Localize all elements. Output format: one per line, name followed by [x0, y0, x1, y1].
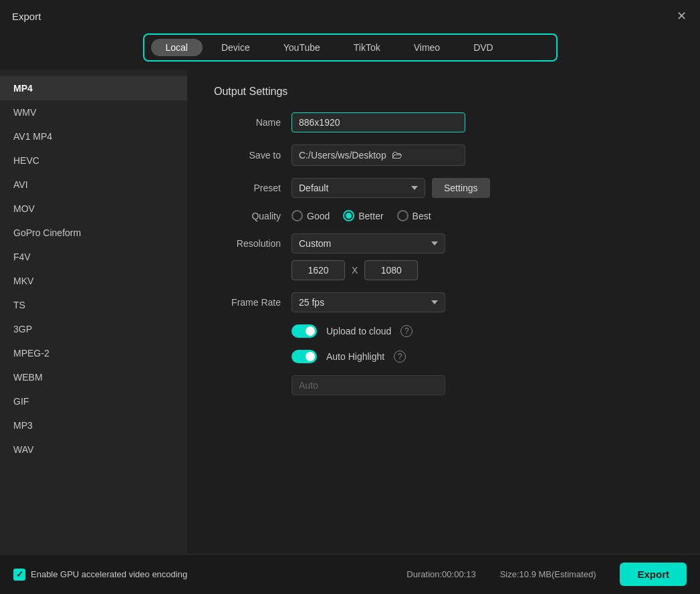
titlebar: Export ✕ — [0, 0, 700, 29]
sidebar-item-f4v[interactable]: F4V — [0, 245, 187, 269]
tab-bar-wrapper: Local Device YouTube TikTok Vimeo DVD — [0, 29, 700, 70]
close-button[interactable]: ✕ — [675, 9, 688, 23]
resolution-row: Resolution Custom 1920x1080 1280x720 854… — [214, 233, 673, 280]
quality-better-label: Better — [358, 211, 383, 221]
tab-bar: Local Device YouTube TikTok Vimeo DVD — [143, 33, 558, 62]
save-to-label: Save to — [214, 150, 281, 161]
preset-select[interactable]: Default Custom High Quality Low Quality — [291, 178, 425, 198]
upload-cloud-label: Upload to cloud — [326, 326, 391, 336]
resolution-select[interactable]: Custom 1920x1080 1280x720 854x480 — [291, 233, 445, 254]
name-row: Name — [214, 112, 673, 132]
window-title: Export — [12, 11, 41, 22]
sidebar-item-mp4[interactable]: MP4 — [0, 76, 187, 100]
quality-good-radio[interactable] — [291, 210, 303, 221]
auto-highlight-label: Auto Highlight — [326, 351, 384, 362]
upload-cloud-row: Upload to cloud ? — [291, 324, 673, 338]
tab-tiktok[interactable]: TikTok — [339, 39, 395, 56]
settings-button[interactable]: Settings — [432, 178, 490, 198]
bottom-bar: ✓ Enable GPU accelerated video encoding … — [0, 554, 700, 594]
sidebar-item-wmv[interactable]: WMV — [0, 100, 187, 124]
frame-rate-row: Frame Rate 23.976 fps 24 fps 25 fps 29.9… — [214, 292, 673, 312]
upload-cloud-help-icon[interactable]: ? — [400, 325, 413, 337]
frame-rate-select[interactable]: 23.976 fps 24 fps 25 fps 29.97 fps 30 fp… — [291, 292, 445, 312]
toggle-thumb — [306, 326, 315, 336]
right-panel: Output Settings Name Save to C:/Users/ws… — [187, 70, 700, 554]
gpu-checkbox[interactable]: ✓ — [13, 569, 25, 581]
save-to-field[interactable]: C:/Users/ws/Desktop 🗁 — [291, 144, 465, 166]
preset-row: Preset Default Custom High Quality Low Q… — [214, 178, 673, 198]
resolution-label: Resolution — [214, 238, 281, 249]
folder-icon[interactable]: 🗁 — [392, 149, 458, 161]
save-to-row: Save to C:/Users/ws/Desktop 🗁 — [214, 144, 673, 166]
quality-good[interactable]: Good — [291, 210, 330, 221]
name-input[interactable] — [291, 112, 465, 132]
duration-info: Duration:00:00:13 — [406, 569, 475, 579]
quality-good-label: Good — [307, 211, 330, 221]
section-title: Output Settings — [214, 86, 673, 98]
sidebar-item-wav[interactable]: WAV — [0, 437, 187, 462]
resolution-height-input[interactable] — [364, 260, 418, 280]
sidebar-item-mkv[interactable]: MKV — [0, 269, 187, 293]
auto-highlight-toggle[interactable] — [291, 350, 317, 363]
tab-dvd[interactable]: DVD — [459, 39, 508, 56]
sidebar-item-gopro[interactable]: GoPro Cineform — [0, 221, 187, 245]
checkmark-icon: ✓ — [16, 570, 23, 579]
auto-highlight-row: Auto Highlight ? — [291, 350, 673, 363]
quality-best-radio[interactable] — [397, 210, 409, 221]
gpu-label: Enable GPU accelerated video encoding — [31, 569, 187, 579]
x-separator: X — [352, 265, 358, 276]
auto-select[interactable]: Auto Manual — [291, 375, 445, 395]
quality-row: Quality Good Better Best — [214, 210, 673, 221]
sidebar-item-ts[interactable]: TS — [0, 293, 187, 317]
sidebar-item-gif[interactable]: GIF — [0, 389, 187, 413]
sidebar-item-hevc[interactable]: HEVC — [0, 148, 187, 173]
sidebar-item-mpeg2[interactable]: MPEG-2 — [0, 341, 187, 365]
quality-best-label: Best — [413, 211, 431, 221]
export-window: Export ✕ Local Device YouTube TikTok Vim… — [0, 0, 700, 594]
export-button[interactable]: Export — [620, 563, 687, 586]
quality-better[interactable]: Better — [343, 210, 383, 221]
sidebar-item-mov[interactable]: MOV — [0, 197, 187, 221]
sidebar-item-webm[interactable]: WEBM — [0, 365, 187, 389]
name-input-wrap — [291, 112, 465, 132]
tab-device[interactable]: Device — [207, 39, 265, 56]
sidebar-item-av1mp4[interactable]: AV1 MP4 — [0, 124, 187, 148]
sidebar: MP4 WMV AV1 MP4 HEVC AVI MOV GoPro Cinef… — [0, 70, 187, 554]
preset-label: Preset — [214, 183, 281, 193]
save-to-path: C:/Users/ws/Desktop — [299, 150, 386, 161]
auto-highlight-help-icon[interactable]: ? — [394, 351, 406, 363]
sidebar-item-mp3[interactable]: MP3 — [0, 413, 187, 437]
toggle-thumb-2 — [306, 352, 315, 361]
name-label: Name — [214, 117, 281, 128]
gpu-checkbox-wrap[interactable]: ✓ Enable GPU accelerated video encoding — [13, 569, 187, 581]
resolution-width-input[interactable] — [291, 260, 345, 280]
size-info: Size:10.9 MB(Estimated) — [500, 569, 596, 579]
upload-cloud-toggle[interactable] — [291, 324, 317, 338]
frame-rate-label: Frame Rate — [214, 297, 281, 308]
quality-best[interactable]: Best — [397, 210, 431, 221]
tab-local[interactable]: Local — [151, 39, 203, 56]
tab-vimeo[interactable]: Vimeo — [399, 39, 455, 56]
resolution-sub-row: X — [291, 260, 418, 280]
sidebar-item-avi[interactable]: AVI — [0, 173, 187, 197]
sidebar-item-3gp[interactable]: 3GP — [0, 317, 187, 341]
preset-controls: Default Custom High Quality Low Quality … — [291, 178, 490, 198]
quality-label: Quality — [214, 211, 281, 221]
quality-better-radio[interactable] — [343, 210, 354, 221]
tab-youtube[interactable]: YouTube — [269, 39, 335, 56]
auto-select-row: Auto Manual — [291, 375, 673, 395]
main-content: MP4 WMV AV1 MP4 HEVC AVI MOV GoPro Cinef… — [0, 70, 700, 554]
quality-options: Good Better Best — [291, 210, 431, 221]
